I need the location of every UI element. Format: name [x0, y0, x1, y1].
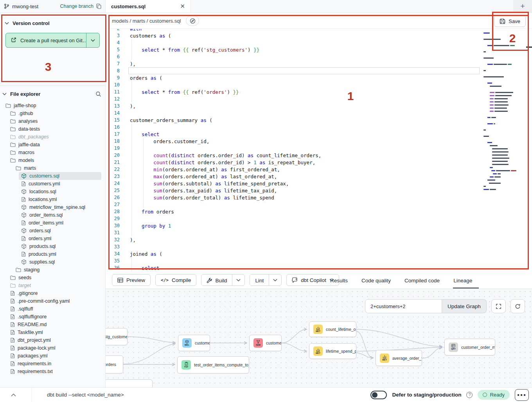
code-line-11[interactable]: 11 select * from {{ ref('orders') }} — [106, 88, 532, 95]
build-caret[interactable] — [232, 275, 244, 285]
lineage-node-customer_order_metrics[interactable]: QRYcustomer_order_metrics — [444, 339, 495, 355]
code-line-32[interactable]: 32), — [106, 236, 532, 243]
file-tree-item-jaffle-data[interactable]: jaffle-data — [0, 141, 105, 149]
fullscreen-button[interactable] — [491, 299, 506, 313]
file-tree-item-package-lock.yml[interactable]: package-lock.yml — [0, 344, 105, 352]
search-icon[interactable] — [95, 91, 101, 97]
file-tree-item-models[interactable]: models — [0, 156, 105, 164]
create-pr-button[interactable]: Create a pull request on Git… — [5, 33, 100, 48]
file-explorer-header[interactable]: File explorer — [0, 88, 105, 99]
update-graph-button[interactable]: Update Graph — [442, 299, 487, 313]
code-line-8[interactable]: 8 — [106, 67, 532, 74]
panel-tab-results[interactable]: Results — [330, 273, 348, 289]
new-tab-button[interactable]: + — [513, 0, 532, 13]
copy-branch-icon[interactable] — [96, 4, 101, 9]
file-tree-item-locations.yml[interactable]: locations.yml — [0, 196, 105, 203]
code-line-15[interactable]: 15customer_orders_summary as ( — [106, 117, 532, 124]
code-line-16[interactable]: 16 — [106, 124, 532, 131]
file-tree-item-marts[interactable]: marts — [0, 164, 105, 172]
file-tree-item-staging[interactable]: staging — [0, 266, 105, 274]
code-line-31[interactable]: 31 — [106, 229, 532, 236]
build-button[interactable]: Build — [201, 275, 232, 286]
lint-button[interactable]: Lint — [250, 275, 269, 286]
file-tree-item-order_items.yml[interactable]: order_items.yml — [0, 219, 105, 227]
file-tree-item-analyses[interactable]: analyses — [0, 117, 105, 125]
tab-customers-sql[interactable]: customers.sql ✕ — [106, 0, 191, 13]
compile-button[interactable]: </> Compile — [155, 274, 196, 286]
chevron-up-icon[interactable] — [11, 393, 16, 397]
panel-tab-compiled-code[interactable]: Compiled code — [404, 273, 440, 289]
code-line-21[interactable]: 21 count(distinct orders.order_id) > 1 a… — [106, 159, 532, 166]
code-line-4[interactable]: 4 — [106, 39, 532, 46]
code-line-7[interactable]: 7), — [106, 60, 532, 67]
create-pr-main[interactable]: Create a pull request on Git… — [6, 33, 86, 47]
code-editor[interactable]: 2with3customers as (45 select * from {{ … — [106, 29, 532, 273]
lineage-node-orders[interactable]: orders — [106, 355, 123, 373]
file-tree-item-supplies.sql[interactable]: supplies.sql — [0, 258, 105, 266]
lineage-node-count_lifetime_orders[interactable]: METcount_lifetime_orders — [309, 321, 356, 337]
file-tree-item-requirements.txt[interactable]: requirements.txt — [0, 368, 105, 375]
copilot-compass-button[interactable] — [186, 16, 199, 26]
panel-tab-code-quality[interactable]: Code quality — [361, 273, 391, 289]
lineage-node-test_order_items_compute_to_bools...[interactable]: TSTtest_order_items_compute_to_bools... — [177, 356, 249, 373]
code-line-18[interactable]: 18 orders.customer_id, — [106, 138, 532, 145]
code-line-19[interactable]: 19 — [106, 145, 532, 152]
file-tree-item-packages.yml[interactable]: packages.yml — [0, 352, 105, 360]
create-pr-caret[interactable] — [86, 33, 99, 47]
close-tab-icon[interactable]: ✕ — [180, 3, 185, 10]
code-line-17[interactable]: 17 select — [106, 131, 532, 138]
code-line-6[interactable]: 6 — [106, 53, 532, 60]
code-line-33[interactable]: 33 — [106, 243, 532, 250]
command-input[interactable]: dbt build --select <model_name> — [47, 392, 124, 398]
defer-toggle[interactable] — [370, 391, 387, 399]
file-tree-item-orders.sql[interactable]: orders.sql — [0, 227, 105, 235]
lineage-node-lifetime_spend_pretax[interactable]: METlifetime_spend_pretax — [309, 343, 356, 359]
help-icon[interactable]: ? — [466, 392, 473, 398]
code-line-23[interactable]: 23 max(orders.ordered_at) as last_ordere… — [106, 173, 532, 180]
code-line-25[interactable]: 25 sum(orders.tax_paid) as lifetime_tax_… — [106, 187, 532, 194]
lineage-node-average_order_value[interactable]: METaverage_order_value — [376, 350, 422, 366]
code-line-34[interactable]: 34joined as ( — [106, 250, 532, 257]
code-line-14[interactable]: 14 — [106, 109, 532, 117]
lineage-selector-input[interactable]: 2+customers+2 — [365, 299, 442, 313]
file-tree-item-products.yml[interactable]: products.yml — [0, 250, 105, 258]
code-line-27[interactable]: 27 — [106, 201, 532, 208]
code-line-13[interactable]: 13), — [106, 102, 532, 109]
editor-minimap[interactable] — [483, 31, 516, 194]
save-button[interactable]: Save — [494, 15, 526, 27]
file-tree-item-locations.sql[interactable]: locations.sql — [0, 188, 105, 196]
code-line-12[interactable]: 12 — [106, 95, 532, 102]
file-tree-item-data-tests[interactable]: data-tests — [0, 125, 105, 133]
lineage-node-customers[interactable]: MDLcustomers — [178, 335, 210, 351]
file-tree-item-.gitignore[interactable]: .gitignore — [0, 289, 105, 297]
file-tree-item-README.md[interactable]: README.md — [0, 321, 105, 328]
file-tree-item-.github[interactable]: .github — [0, 109, 105, 117]
file-tree-item-customers.sql[interactable]: customers.sql — [0, 172, 105, 180]
code-line-3[interactable]: 3customers as ( — [106, 32, 532, 39]
refresh-button[interactable] — [510, 299, 525, 313]
code-line-29[interactable]: 29 — [106, 215, 532, 222]
file-tree-item-products.sql[interactable]: products.sql — [0, 242, 105, 250]
code-line-10[interactable]: 10 — [106, 81, 532, 88]
file-tree-item-metricflow_time_spine.sql[interactable]: metricflow_time_spine.sql — [0, 203, 105, 211]
lineage-node-stg_customers[interactable]: stg_customers — [106, 328, 128, 345]
code-line-28[interactable]: 28 from orders — [106, 208, 532, 215]
file-tree-item-.sqlfluff[interactable]: .sqlfluff — [0, 305, 105, 313]
version-control-header[interactable]: Version control — [3, 18, 102, 29]
preview-button[interactable]: Preview — [112, 274, 151, 286]
file-tree-item-seeds[interactable]: seeds — [0, 274, 105, 282]
file-tree-item-.pre-commit-config.yaml[interactable]: .pre-commit-config.yaml — [0, 297, 105, 305]
file-tree-item-jaffle-shop[interactable]: jaffle-shop — [0, 102, 105, 109]
change-branch-link[interactable]: Change branch — [60, 4, 93, 9]
more-options-button[interactable]: ●●● — [515, 389, 529, 401]
file-tree-item-orders.yml[interactable]: orders.yml — [0, 235, 105, 242]
code-line-5[interactable]: 5 select * from {{ ref('stg_customers') … — [106, 46, 532, 53]
code-line-2[interactable]: 2with — [106, 29, 532, 32]
file-tree-item-.sqlfluffignore[interactable]: .sqlfluffignore — [0, 313, 105, 321]
lint-caret[interactable] — [269, 275, 281, 285]
file-tree-item-requirements.in[interactable]: requirements.in — [0, 360, 105, 368]
code-line-22[interactable]: 22 min(orders.ordered_at) as first_order… — [106, 166, 532, 173]
file-tree-item-order_items.sql[interactable]: order_items.sql — [0, 211, 105, 219]
code-line-9[interactable]: 9orders as ( — [106, 74, 532, 81]
code-line-36[interactable]: 36 select — [106, 264, 532, 271]
